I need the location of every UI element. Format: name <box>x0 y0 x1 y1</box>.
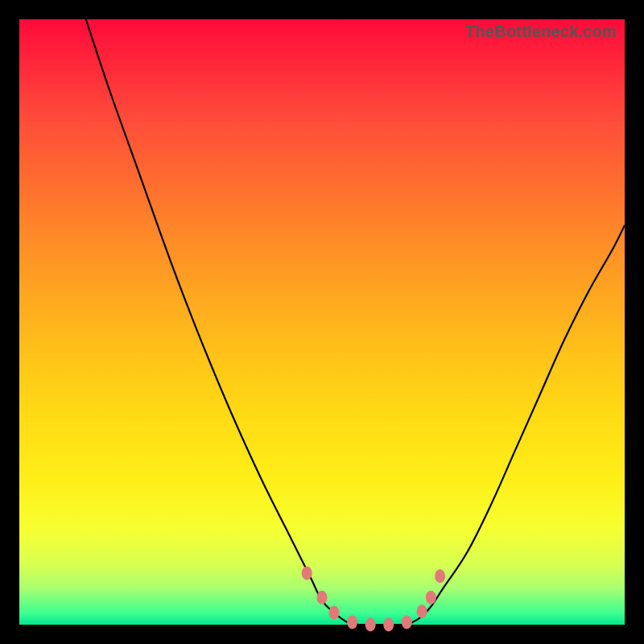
bottleneck-curve-svg <box>19 19 625 625</box>
curve-left <box>86 19 358 625</box>
marker-dot <box>329 605 340 619</box>
gradient-plot-area: TheBottleneck.com <box>19 19 625 625</box>
marker-dot <box>347 615 357 629</box>
marker-dot <box>402 615 412 629</box>
marker-dot <box>426 591 436 605</box>
marker-dot <box>365 618 376 632</box>
bottom-markers <box>302 567 445 632</box>
marker-dot <box>302 567 312 580</box>
marker-dot <box>383 618 394 632</box>
marker-dot <box>317 591 328 605</box>
curve-right <box>407 225 625 625</box>
marker-dot <box>417 605 427 618</box>
marker-dot <box>435 569 445 583</box>
chart-frame: TheBottleneck.com <box>0 0 644 644</box>
